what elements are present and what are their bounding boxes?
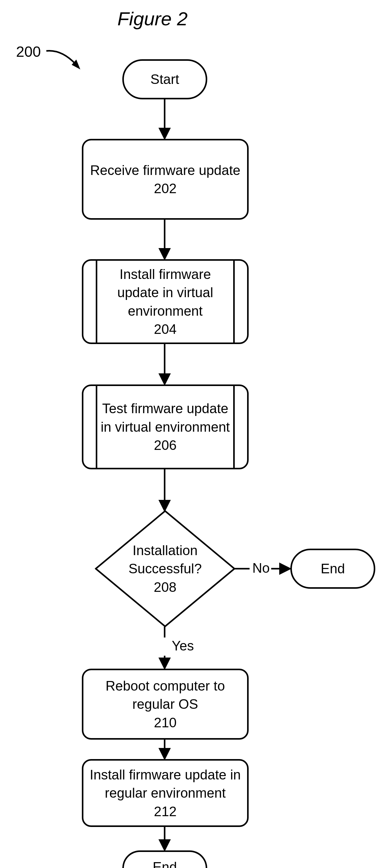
subprocess-204: Install firmware update in virtual envir…: [82, 259, 248, 344]
ref-arrow-icon: [43, 46, 87, 74]
process-212: Install firmware update in regular envir…: [82, 759, 248, 827]
process-210-text: Reboot computer to regular OS 210: [90, 677, 241, 732]
edge-label-no: No: [252, 560, 270, 576]
subprocess-206: Test firmware update in virtual environm…: [82, 384, 248, 469]
process-202-text: Receive firmware update 202: [90, 161, 241, 198]
process-202: Receive firmware update 202: [82, 139, 248, 220]
subprocess-204-text: Install firmware update in virtual envir…: [97, 265, 233, 339]
subprocess-206-text: Test firmware update in virtual environm…: [97, 399, 233, 454]
decision-208-text: Installation Successful? 208: [95, 541, 235, 596]
process-210: Reboot computer to regular OS 210: [82, 669, 248, 740]
figure-title: Figure 2: [117, 8, 187, 30]
end-node-bottom: End: [122, 850, 207, 868]
start-label: Start: [150, 71, 179, 87]
end-right-label: End: [321, 561, 345, 577]
figure-ref-number: 200: [16, 43, 41, 60]
start-node: Start: [122, 59, 207, 99]
decision-208: Installation Successful? 208: [95, 510, 235, 627]
end-node-right: End: [290, 549, 375, 589]
process-212-text: Install firmware update in regular envir…: [90, 766, 241, 820]
end-bottom-label: End: [153, 859, 177, 868]
edge-label-yes: Yes: [172, 638, 194, 654]
flowchart-canvas: Figure 2 200 Start Receive firmware upda…: [0, 0, 383, 868]
